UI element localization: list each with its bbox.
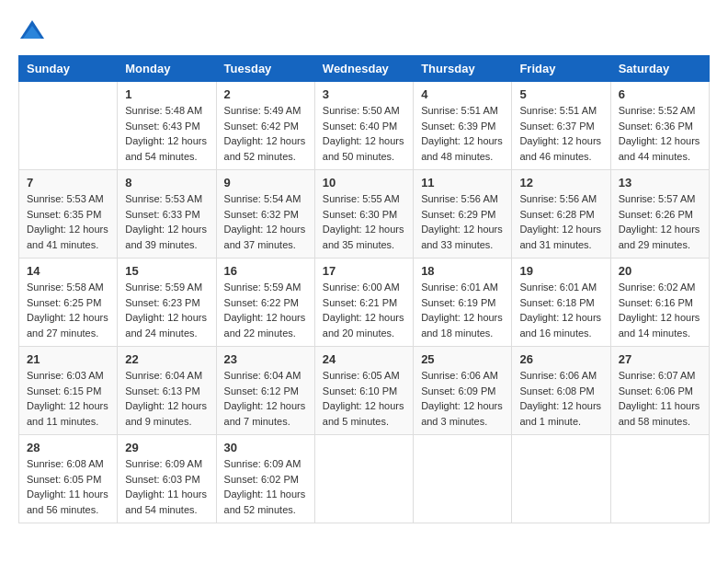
day-number: 20: [619, 264, 701, 278]
day-number: 1: [125, 87, 208, 101]
day-info: Sunrise: 5:53 AMSunset: 6:35 PMDaylight:…: [27, 191, 109, 252]
header: [18, 18, 710, 46]
day-info: Sunrise: 6:08 AMSunset: 6:05 PMDaylight:…: [27, 456, 109, 517]
week-row-1: 1Sunrise: 5:48 AMSunset: 6:43 PMDaylight…: [19, 82, 710, 170]
day-number: 30: [224, 441, 307, 454]
calendar-cell: 23Sunrise: 6:04 AMSunset: 6:12 PMDayligh…: [216, 347, 314, 435]
day-info: Sunrise: 6:06 AMSunset: 6:09 PMDaylight:…: [421, 368, 504, 429]
calendar-cell: 8Sunrise: 5:53 AMSunset: 6:33 PMDaylight…: [118, 170, 216, 259]
column-header-sunday: Sunday: [19, 56, 118, 82]
day-number: 21: [27, 352, 109, 366]
day-info: Sunrise: 5:54 AMSunset: 6:32 PMDaylight:…: [224, 191, 307, 252]
day-number: 5: [519, 87, 602, 101]
column-header-monday: Monday: [118, 56, 216, 82]
day-number: 26: [519, 352, 602, 366]
day-info: Sunrise: 6:04 AMSunset: 6:12 PMDaylight:…: [224, 368, 307, 429]
day-info: Sunrise: 6:09 AMSunset: 6:02 PMDaylight:…: [224, 456, 307, 517]
calendar-cell: 14Sunrise: 5:58 AMSunset: 6:25 PMDayligh…: [19, 259, 118, 347]
day-info: Sunrise: 5:56 AMSunset: 6:29 PMDaylight:…: [421, 191, 504, 252]
day-info: Sunrise: 5:53 AMSunset: 6:33 PMDaylight:…: [125, 191, 208, 252]
day-number: 23: [224, 352, 307, 366]
day-number: 7: [27, 176, 109, 190]
calendar-cell: 6Sunrise: 5:52 AMSunset: 6:36 PMDaylight…: [610, 82, 709, 170]
calendar-cell: 27Sunrise: 6:07 AMSunset: 6:06 PMDayligh…: [610, 347, 709, 435]
day-info: Sunrise: 6:00 AMSunset: 6:21 PMDaylight:…: [323, 280, 405, 340]
calendar-cell: 9Sunrise: 5:54 AMSunset: 6:32 PMDaylight…: [216, 170, 314, 259]
day-info: Sunrise: 5:56 AMSunset: 6:28 PMDaylight:…: [519, 191, 602, 252]
calendar-cell: 26Sunrise: 6:06 AMSunset: 6:08 PMDayligh…: [512, 347, 610, 435]
calendar-cell: 28Sunrise: 6:08 AMSunset: 6:05 PMDayligh…: [19, 435, 118, 523]
calendar-cell: [610, 435, 709, 523]
day-info: Sunrise: 5:59 AMSunset: 6:23 PMDaylight:…: [125, 280, 208, 340]
day-info: Sunrise: 5:51 AMSunset: 6:37 PMDaylight:…: [519, 103, 602, 164]
calendar-cell: 13Sunrise: 5:57 AMSunset: 6:26 PMDayligh…: [610, 170, 709, 259]
calendar-table: SundayMondayTuesdayWednesdayThursdayFrid…: [18, 55, 710, 523]
day-number: 13: [619, 176, 701, 190]
calendar-cell: 29Sunrise: 6:09 AMSunset: 6:03 PMDayligh…: [118, 435, 216, 523]
day-number: 11: [421, 176, 504, 190]
day-number: 10: [323, 176, 405, 190]
day-info: Sunrise: 6:03 AMSunset: 6:15 PMDaylight:…: [27, 368, 109, 429]
week-row-2: 7Sunrise: 5:53 AMSunset: 6:35 PMDaylight…: [19, 170, 710, 259]
day-number: 4: [421, 87, 504, 101]
day-number: 19: [519, 264, 602, 278]
calendar-cell: 1Sunrise: 5:48 AMSunset: 6:43 PMDaylight…: [118, 82, 216, 170]
day-info: Sunrise: 5:59 AMSunset: 6:22 PMDaylight:…: [224, 280, 307, 340]
day-number: 18: [421, 264, 504, 278]
calendar-cell: 18Sunrise: 6:01 AMSunset: 6:19 PMDayligh…: [414, 259, 512, 347]
calendar-cell: 20Sunrise: 6:02 AMSunset: 6:16 PMDayligh…: [610, 259, 709, 347]
day-info: Sunrise: 6:01 AMSunset: 6:18 PMDaylight:…: [519, 280, 602, 340]
day-number: 17: [323, 264, 405, 278]
calendar-cell: [414, 435, 512, 523]
calendar-cell: 19Sunrise: 6:01 AMSunset: 6:18 PMDayligh…: [512, 259, 610, 347]
day-number: 9: [224, 176, 307, 190]
day-number: 24: [323, 352, 405, 366]
calendar-cell: [314, 435, 413, 523]
day-info: Sunrise: 5:58 AMSunset: 6:25 PMDaylight:…: [27, 280, 109, 340]
day-number: 16: [224, 264, 307, 278]
day-info: Sunrise: 6:02 AMSunset: 6:16 PMDaylight:…: [619, 280, 701, 340]
calendar-cell: 2Sunrise: 5:49 AMSunset: 6:42 PMDaylight…: [216, 82, 314, 170]
day-info: Sunrise: 6:01 AMSunset: 6:19 PMDaylight:…: [421, 280, 504, 340]
column-header-tuesday: Tuesday: [216, 56, 314, 82]
day-info: Sunrise: 5:48 AMSunset: 6:43 PMDaylight:…: [125, 103, 208, 164]
calendar-cell: 5Sunrise: 5:51 AMSunset: 6:37 PMDaylight…: [512, 82, 610, 170]
day-number: 15: [125, 264, 208, 278]
calendar-cell: 4Sunrise: 5:51 AMSunset: 6:39 PMDaylight…: [414, 82, 512, 170]
calendar-cell: [19, 82, 118, 170]
calendar-cell: 11Sunrise: 5:56 AMSunset: 6:29 PMDayligh…: [414, 170, 512, 259]
week-row-3: 14Sunrise: 5:58 AMSunset: 6:25 PMDayligh…: [19, 259, 710, 347]
week-row-5: 28Sunrise: 6:08 AMSunset: 6:05 PMDayligh…: [19, 435, 710, 523]
calendar-cell: 24Sunrise: 6:05 AMSunset: 6:10 PMDayligh…: [314, 347, 413, 435]
day-number: 3: [323, 87, 405, 101]
day-info: Sunrise: 5:49 AMSunset: 6:42 PMDaylight:…: [224, 103, 307, 164]
day-number: 28: [27, 441, 109, 454]
day-number: 27: [619, 352, 701, 366]
day-info: Sunrise: 6:09 AMSunset: 6:03 PMDaylight:…: [125, 456, 208, 517]
calendar-cell: 25Sunrise: 6:06 AMSunset: 6:09 PMDayligh…: [414, 347, 512, 435]
logo-icon: [18, 18, 46, 46]
calendar-cell: 10Sunrise: 5:55 AMSunset: 6:30 PMDayligh…: [314, 170, 413, 259]
calendar-cell: 30Sunrise: 6:09 AMSunset: 6:02 PMDayligh…: [216, 435, 314, 523]
day-number: 14: [27, 264, 109, 278]
calendar-cell: 21Sunrise: 6:03 AMSunset: 6:15 PMDayligh…: [19, 347, 118, 435]
column-header-saturday: Saturday: [610, 56, 709, 82]
calendar-cell: [512, 435, 610, 523]
day-number: 2: [224, 87, 307, 101]
calendar-cell: 3Sunrise: 5:50 AMSunset: 6:40 PMDaylight…: [314, 82, 413, 170]
day-info: Sunrise: 6:06 AMSunset: 6:08 PMDaylight:…: [519, 368, 602, 429]
day-info: Sunrise: 6:04 AMSunset: 6:13 PMDaylight:…: [125, 368, 208, 429]
day-info: Sunrise: 6:07 AMSunset: 6:06 PMDaylight:…: [619, 368, 701, 429]
day-info: Sunrise: 5:51 AMSunset: 6:39 PMDaylight:…: [421, 103, 504, 164]
day-info: Sunrise: 5:50 AMSunset: 6:40 PMDaylight:…: [323, 103, 405, 164]
day-info: Sunrise: 5:57 AMSunset: 6:26 PMDaylight:…: [619, 191, 701, 252]
day-number: 22: [125, 352, 208, 366]
logo: [18, 18, 50, 46]
week-row-4: 21Sunrise: 6:03 AMSunset: 6:15 PMDayligh…: [19, 347, 710, 435]
day-number: 6: [619, 87, 701, 101]
day-number: 8: [125, 176, 208, 190]
calendar-cell: 12Sunrise: 5:56 AMSunset: 6:28 PMDayligh…: [512, 170, 610, 259]
day-info: Sunrise: 5:55 AMSunset: 6:30 PMDaylight:…: [323, 191, 405, 252]
calendar-cell: 17Sunrise: 6:00 AMSunset: 6:21 PMDayligh…: [314, 259, 413, 347]
calendar-cell: 16Sunrise: 5:59 AMSunset: 6:22 PMDayligh…: [216, 259, 314, 347]
